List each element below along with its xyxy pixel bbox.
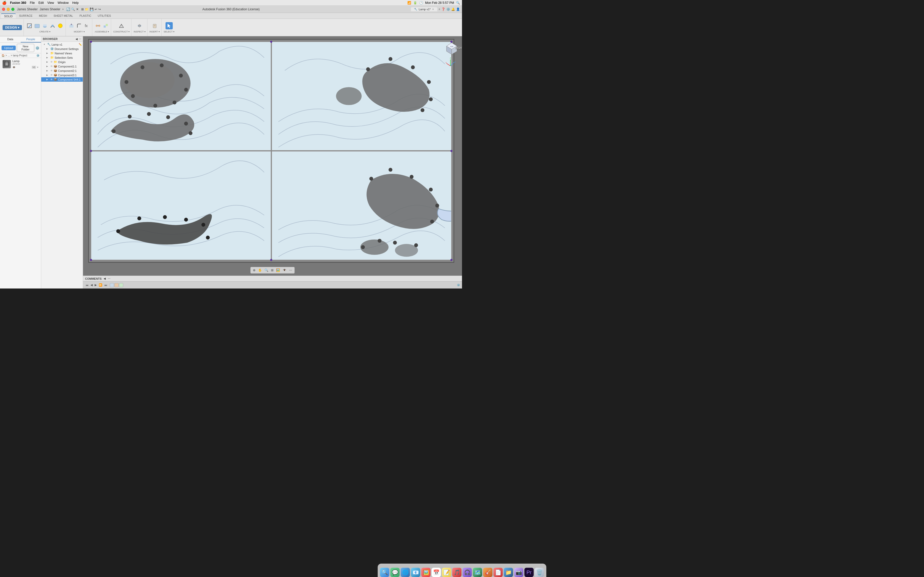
upload-button[interactable]: Upload [2, 45, 16, 50]
handle-tc[interactable] [270, 41, 272, 43]
timeline-start-btn[interactable]: ⏮ [85, 283, 89, 287]
app-name-menu[interactable]: Fusion 360 [10, 1, 26, 5]
home-icon[interactable]: 🏠 [2, 54, 5, 57]
tree-eye-comp3[interactable]: 👁 [50, 74, 53, 76]
menu-file[interactable]: File [30, 1, 35, 5]
tree-eye-comp544[interactable]: 👁 [50, 78, 53, 81]
handle-tl[interactable] [90, 41, 92, 43]
vp-display-btn[interactable]: 🖼️ [275, 268, 281, 272]
tab-data[interactable]: Data [0, 36, 21, 42]
save-icon[interactable]: 💾 [90, 8, 94, 11]
tree-document-settings[interactable]: ▶ ⚙️ Document Settings [41, 47, 83, 51]
vp-fit-btn[interactable]: ⊞ [270, 268, 274, 272]
vp-zoom-btn[interactable]: 🔍 [264, 268, 269, 272]
timeline-item-component[interactable] [119, 283, 123, 287]
folder-icon[interactable]: 📁 [85, 8, 89, 11]
quad-top-right[interactable] [272, 42, 452, 150]
file-item-lamp[interactable]: Lamp 2/23/22 👁️ V1 ▾ [1, 58, 40, 70]
design-dropdown[interactable]: DESIGN ▾ [3, 25, 22, 30]
tab-close-icon[interactable]: ✕ [432, 8, 434, 11]
timeline-end-btn[interactable]: ⏭ [104, 283, 108, 287]
account-icon[interactable]: 👤 [456, 8, 460, 11]
comments-collapse-icon[interactable]: ◀ [103, 277, 106, 280]
tree-component1[interactable]: ▶ 👁 📦 Component1:1 [41, 64, 83, 69]
menu-edit[interactable]: Edit [39, 1, 44, 5]
apple-menu[interactable]: 🍎 [2, 1, 6, 5]
modify-fillet-btn[interactable] [76, 22, 83, 29]
inspect-measure-btn[interactable] [136, 22, 143, 29]
vp-orbit-btn[interactable]: ⊕ [252, 268, 256, 272]
timeline-prev-btn[interactable]: ◀ [90, 283, 93, 287]
timeline-item-extrude[interactable] [115, 283, 119, 287]
quad-bottom-left[interactable] [91, 151, 271, 260]
version-dropdown[interactable]: ▾ [37, 66, 39, 69]
tree-eye-origin[interactable]: 👁 [50, 61, 53, 63]
redo-icon[interactable]: ↪ [98, 8, 101, 11]
breadcrumb-project[interactable]: lamp Project [13, 54, 27, 57]
handle-bc[interactable] [270, 259, 272, 261]
viewport[interactable]: TOP RIGHT X Y Z ⊕ [83, 36, 462, 288]
vp-more-btn[interactable]: ⋯ [288, 268, 293, 272]
insert-btn[interactable] [151, 22, 158, 29]
settings-icon[interactable]: ⚙️ [446, 8, 450, 11]
tree-selection-sets[interactable]: ▶ 📁 Selection Sets [41, 55, 83, 60]
handle-bl[interactable] [90, 259, 92, 261]
menu-window[interactable]: Window [58, 1, 69, 5]
tree-component3[interactable]: ▶ 👁 📦 Component3:1 [41, 73, 83, 77]
construct-plane-btn[interactable] [118, 22, 125, 29]
lamp-tab[interactable]: 🔧 Lamp v1* ✕ [411, 7, 437, 11]
tree-component2[interactable]: ▶ 👁 📦 Component2:1 [41, 69, 83, 73]
browser-collapse-icon[interactable]: ◀ [76, 38, 78, 40]
tree-eye-comp1[interactable]: 👁 [50, 65, 53, 68]
tree-named-views[interactable]: ▶ 📁 Named Views [41, 51, 83, 55]
close-icon[interactable]: ✕ [76, 8, 79, 11]
sidebar-gear-icon[interactable]: ⚙️ [36, 46, 39, 50]
assemble-joint-btn[interactable] [94, 22, 102, 29]
create-extrude-btn[interactable] [41, 22, 48, 29]
quad-bottom-right[interactable] [272, 151, 452, 260]
settings-small-icon[interactable]: ⚙️ [36, 54, 39, 57]
timeline-next-btn[interactable]: ⏩ [98, 283, 103, 287]
create-sphere-btn[interactable] [57, 22, 64, 29]
vp-pan-btn[interactable]: ✋ [257, 268, 263, 272]
tree-eye-comp2[interactable]: 👁 [50, 69, 53, 72]
menu-view[interactable]: View [47, 1, 54, 5]
tab-sheet-metal[interactable]: SHEET METAL [50, 13, 76, 19]
tab-people[interactable]: People [21, 36, 41, 42]
create-sketch-btn[interactable] [26, 22, 33, 29]
create-revolve-btn[interactable] [49, 22, 56, 29]
timeline-gear-icon[interactable]: ⚙️ [457, 284, 460, 287]
minimize-button[interactable] [7, 8, 10, 11]
new-folder-button[interactable]: New Folder [17, 44, 34, 52]
add-tab-button[interactable]: + [438, 7, 440, 11]
user-name-label[interactable]: James Sheeler [40, 8, 60, 11]
handle-br[interactable] [451, 259, 452, 261]
tree-root-lamp[interactable]: ▼ 🔧 Lamp v1 ✏️ [41, 42, 83, 47]
tab-utilities[interactable]: UTILITIES [95, 13, 114, 19]
quad-top-left[interactable] [91, 42, 271, 150]
view-cube[interactable]: TOP RIGHT [445, 42, 458, 54]
search-icon[interactable]: 🔍 [456, 1, 460, 5]
close-button[interactable] [2, 8, 5, 11]
help-icon[interactable]: ❓ [441, 8, 445, 11]
tab-solid[interactable]: SOLID [1, 13, 16, 19]
assemble-component-btn[interactable] [102, 22, 109, 29]
tree-origin[interactable]: ▶ 👁 📁 Origin [41, 60, 83, 64]
grid-icon[interactable]: ⊞ [81, 8, 84, 11]
notification-icon[interactable]: 🔔 [451, 8, 455, 11]
create-3d-sketch-btn[interactable] [34, 22, 41, 29]
sync-icon[interactable]: 🔄 [66, 8, 70, 11]
modify-fx-btn[interactable]: fx [83, 22, 90, 29]
fullscreen-button[interactable] [11, 8, 15, 11]
user-dropdown-icon[interactable]: ▾ [62, 8, 64, 11]
select-btn[interactable] [165, 22, 173, 29]
tree-component544[interactable]: ▶ 👁 📦 Component 544:1 [41, 77, 83, 82]
modify-push-pull-btn[interactable] [68, 22, 75, 29]
viewport-canvas[interactable]: TOP RIGHT X Y Z ⊕ [83, 36, 462, 276]
browser-expand-icon[interactable]: ⋯ [79, 38, 81, 40]
tab-surface[interactable]: SURFACE [16, 13, 36, 19]
tab-plastic[interactable]: PLASTIC [76, 13, 94, 19]
timeline-item-sketch[interactable] [110, 283, 114, 287]
vp-view-btn[interactable]: 👁️ [282, 268, 287, 272]
user-name[interactable]: James Sheeler [17, 8, 38, 11]
